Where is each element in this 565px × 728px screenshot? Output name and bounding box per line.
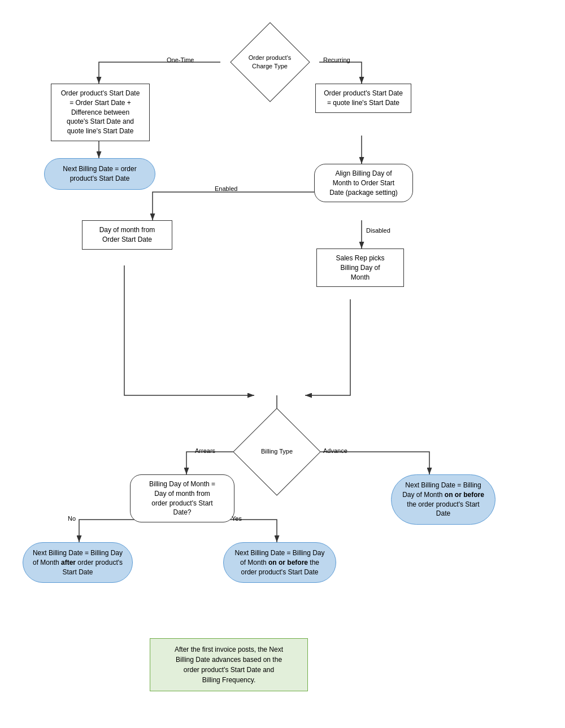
sales-rep-text: Sales Rep picksBilling Day ofMonth xyxy=(336,254,384,282)
footer-green-box: After the first invoice posts, the NextB… xyxy=(150,638,308,691)
next-billing-after-text: Next Billing Date = Billing Dayof Month … xyxy=(33,548,123,577)
footer-text: After the first invoice posts, the NextB… xyxy=(175,644,283,685)
billing-type-label: Billing Type xyxy=(251,447,302,456)
sales-rep-box: Sales Rep picksBilling Day ofMonth xyxy=(316,249,404,287)
no-label: No xyxy=(68,515,76,522)
next-billing-advance-text: Next Billing Date = BillingDay of Month … xyxy=(402,481,484,518)
enabled-label: Enabled xyxy=(215,185,237,192)
disabled-label: Disabled xyxy=(366,227,390,234)
next-billing-one-time-oval: Next Billing Date = orderproduct's Start… xyxy=(44,158,155,190)
day-of-month-box: Day of month fromOrder Start Date xyxy=(82,220,172,250)
one-time-label: One-Time xyxy=(167,56,194,63)
one-time-calc-box: Order product's Start Date= Order Start … xyxy=(51,84,150,141)
recurring-calc-box: Order product's Start Date= quote line's… xyxy=(315,84,411,113)
align-billing-text: Align Billing Day ofMonth to Order Start… xyxy=(329,169,398,197)
recurring-calc-text: Order product's Start Date= quote line's… xyxy=(324,89,403,108)
billing-type-diamond: Billing Type xyxy=(234,418,319,486)
next-billing-advance-oval: Next Billing Date = BillingDay of Month … xyxy=(391,474,496,525)
recurring-label: Recurring xyxy=(323,56,350,63)
billing-day-question-text: Billing Day of Month =Day of month fromo… xyxy=(149,479,215,517)
next-billing-on-or-before-text: Next Billing Date = Billing Dayof Month … xyxy=(234,548,324,577)
next-billing-after-oval: Next Billing Date = Billing Dayof Month … xyxy=(23,542,133,583)
charge-type-diamond: Order product's Charge Type xyxy=(220,31,319,93)
one-time-calc-text: Order product's Start Date= Order Start … xyxy=(61,89,140,136)
charge-type-label: Order product's Charge Type xyxy=(245,54,295,71)
next-billing-on-or-before-oval: Next Billing Date = Billing Dayof Month … xyxy=(223,542,336,583)
yes-label: Yes xyxy=(232,515,242,522)
advance-label: Advance xyxy=(323,447,347,454)
billing-day-question-box: Billing Day of Month =Day of month fromo… xyxy=(130,474,234,522)
flowchart-diagram: Order product's Charge Type One-Time Rec… xyxy=(0,0,565,728)
day-of-month-text: Day of month fromOrder Start Date xyxy=(99,225,155,245)
arrears-label: Arrears xyxy=(195,447,215,454)
align-billing-box: Align Billing Day ofMonth to Order Start… xyxy=(314,164,413,202)
next-billing-one-time-text: Next Billing Date = orderproduct's Start… xyxy=(63,164,136,184)
